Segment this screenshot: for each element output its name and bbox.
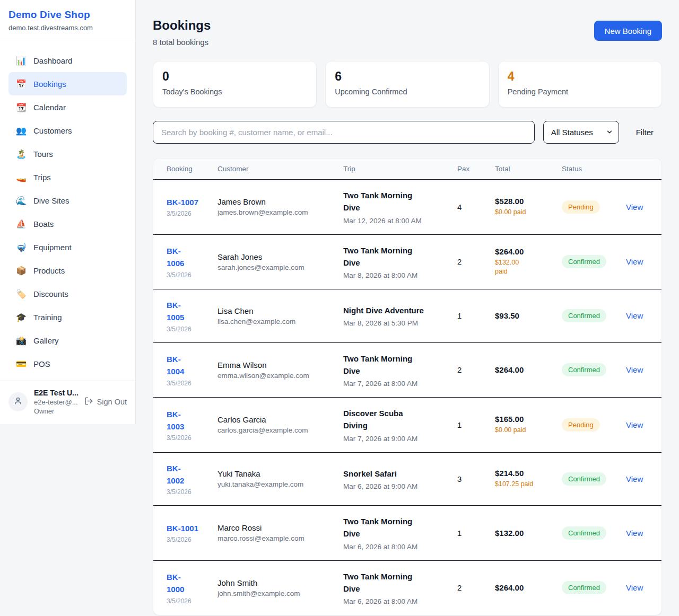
stat-card-todays-bookings: 0 Today's Bookings <box>153 61 317 108</box>
customer-name: Yuki Tanaka <box>217 469 335 478</box>
page-title: Bookings <box>153 18 211 33</box>
status-cell: Pending <box>558 398 622 453</box>
sidebar-item-tours[interactable]: 🏝️ Tours <box>8 142 127 165</box>
trip-name: Two Tank Morning Dive <box>343 570 449 595</box>
trip-cell: Two Tank Morning Dive Mar 6, 2026 at 8:0… <box>339 560 453 615</box>
pax-value: 2 <box>457 365 462 374</box>
booking-id-link[interactable]: BK- 1000 <box>167 571 209 596</box>
booking-id-link[interactable]: BK- 1006 <box>167 245 209 270</box>
view-link[interactable]: View <box>626 420 643 429</box>
customer-cell: Sarah Jones sarah.jones@example.com <box>213 234 339 289</box>
booking-cell: BK- 1003 3/5/2026 <box>153 398 213 453</box>
filter-button[interactable]: Filter <box>628 128 662 137</box>
booking-id-link[interactable]: BK- 1002 <box>167 462 209 487</box>
booking-cell: BK- 1000 3/5/2026 <box>153 560 213 615</box>
stat-card-upcoming-confirmed: 6 Upcoming Confirmed <box>325 61 489 108</box>
sidebar-item-dashboard[interactable]: 📊 Dashboard <box>8 49 127 72</box>
sidebar-item-training[interactable]: 🎓 Training <box>8 305 127 329</box>
status-filter-select[interactable]: All Statuses <box>543 121 619 144</box>
sidebar-nav: 📊 Dashboard 📅 Bookings 📆 Calendar 👥 Cust… <box>0 40 135 381</box>
sidebar-item-label: Dive Sites <box>33 196 69 205</box>
booking-cell: BK- 1006 3/5/2026 <box>153 234 213 289</box>
products-icon: 📦 <box>16 266 27 276</box>
sidebar-item-label: POS <box>33 359 50 368</box>
trip-datetime: Mar 6, 2026 at 9:00 AM <box>343 482 449 490</box>
booking-date: 3/5/2026 <box>167 488 209 496</box>
customer-cell: Lisa Chen lisa.chen@example.com <box>213 289 339 343</box>
table-row: BK-1007 3/5/2026 James Brown james.brown… <box>153 180 662 235</box>
status-badge: Confirmed <box>562 581 606 594</box>
pax-cell: 1 <box>453 398 491 453</box>
customer-email: john.smith@example.com <box>217 589 335 597</box>
view-link[interactable]: View <box>626 203 643 212</box>
customer-name: Sarah Jones <box>217 252 335 261</box>
trip-cell: Night Dive Adventure Mar 8, 2026 at 5:30… <box>339 289 453 343</box>
equipment-icon: 🤿 <box>16 242 27 252</box>
trips-icon: 🚤 <box>16 172 27 182</box>
pax-value: 1 <box>457 420 462 429</box>
customers-icon: 👥 <box>16 126 27 136</box>
status-badge: Confirmed <box>562 255 606 268</box>
sidebar-item-trips[interactable]: 🚤 Trips <box>8 165 127 189</box>
booking-id-link[interactable]: BK- 1005 <box>167 299 209 324</box>
trip-datetime: Mar 7, 2026 at 9:00 AM <box>343 435 449 443</box>
sidebar-item-bookings[interactable]: 📅 Bookings <box>8 72 127 95</box>
total-amount: $214.50 <box>495 469 553 478</box>
sidebar-item-boats[interactable]: ⛵ Boats <box>8 212 127 235</box>
sidebar-item-dive-sites[interactable]: 🌊 Dive Sites <box>8 189 127 212</box>
page-header: Bookings 8 total bookings New Booking <box>153 18 662 47</box>
total-cell: $132.00 <box>491 506 558 561</box>
total-cell: $264.00 $132.00 paid <box>491 234 558 289</box>
status-cell: Confirmed <box>558 506 622 561</box>
view-link[interactable]: View <box>626 365 643 374</box>
status-badge: Pending <box>562 418 600 432</box>
paid-amount: $132.00 paid <box>495 258 553 277</box>
paid-amount: $107.25 paid <box>495 480 553 489</box>
sidebar-item-gallery[interactable]: 📸 Gallery <box>8 329 127 352</box>
sidebar-item-label: Dashboard <box>33 56 72 65</box>
action-cell: View <box>622 289 662 343</box>
trip-name: Snorkel Safari <box>343 468 449 480</box>
search-input[interactable] <box>153 121 535 144</box>
pos-icon: 💳 <box>16 359 27 369</box>
view-link[interactable]: View <box>626 529 643 538</box>
stat-label: Pending Payment <box>508 87 652 96</box>
pax-cell: 1 <box>453 506 491 561</box>
booking-id-link[interactable]: BK- 1004 <box>167 353 209 378</box>
status-cell: Confirmed <box>558 234 622 289</box>
booking-id-link[interactable]: BK-1007 <box>167 196 209 208</box>
bookings-table-card: BookingCustomerTripPaxTotalStatus BK-100… <box>153 158 662 615</box>
booking-date: 3/5/2026 <box>167 380 209 387</box>
sidebar-item-pos[interactable]: 💳 POS <box>8 352 127 375</box>
stat-value: 0 <box>162 69 307 84</box>
view-link[interactable]: View <box>626 311 643 320</box>
shop-header: Demo Dive Shop demo.test.divestreams.com <box>0 0 135 40</box>
stat-label: Upcoming Confirmed <box>335 87 480 96</box>
booking-cell: BK-1001 3/5/2026 <box>153 506 213 561</box>
table-row: BK- 1000 3/5/2026 John Smith john.smith@… <box>153 560 662 615</box>
stat-value: 4 <box>508 69 652 84</box>
view-link[interactable]: View <box>626 474 643 483</box>
sign-out-button[interactable]: Sign Out <box>84 397 127 407</box>
view-link[interactable]: View <box>626 257 643 266</box>
customer-cell: Marco Rossi marco.rossi@example.com <box>213 506 339 561</box>
column-header-pax: Pax <box>453 159 491 180</box>
customer-email: yuki.tanaka@example.com <box>217 480 335 488</box>
sidebar-item-discounts[interactable]: 🏷️ Discounts <box>8 282 127 305</box>
column-header-total: Total <box>491 159 558 180</box>
booking-id-link[interactable]: BK- 1003 <box>167 408 209 433</box>
sidebar-item-label: Trips <box>33 173 51 182</box>
booking-id-link[interactable]: BK-1001 <box>167 522 209 534</box>
new-booking-button[interactable]: New Booking <box>594 21 662 41</box>
sidebar-item-equipment[interactable]: 🤿 Equipment <box>8 235 127 259</box>
sidebar-item-products[interactable]: 📦 Products <box>8 259 127 282</box>
sidebar-item-calendar[interactable]: 📆 Calendar <box>8 95 127 119</box>
sidebar-item-customers[interactable]: 👥 Customers <box>8 119 127 142</box>
pax-value: 2 <box>457 257 462 266</box>
sign-out-icon <box>84 397 93 407</box>
view-link[interactable]: View <box>626 583 643 592</box>
page-title-block: Bookings 8 total bookings <box>153 18 211 47</box>
bookings-icon: 📅 <box>16 79 27 89</box>
user-section: E2E Test U... e2e-tester@... Owner Sign … <box>0 381 135 425</box>
customer-email: marco.rossi@example.com <box>217 534 335 542</box>
